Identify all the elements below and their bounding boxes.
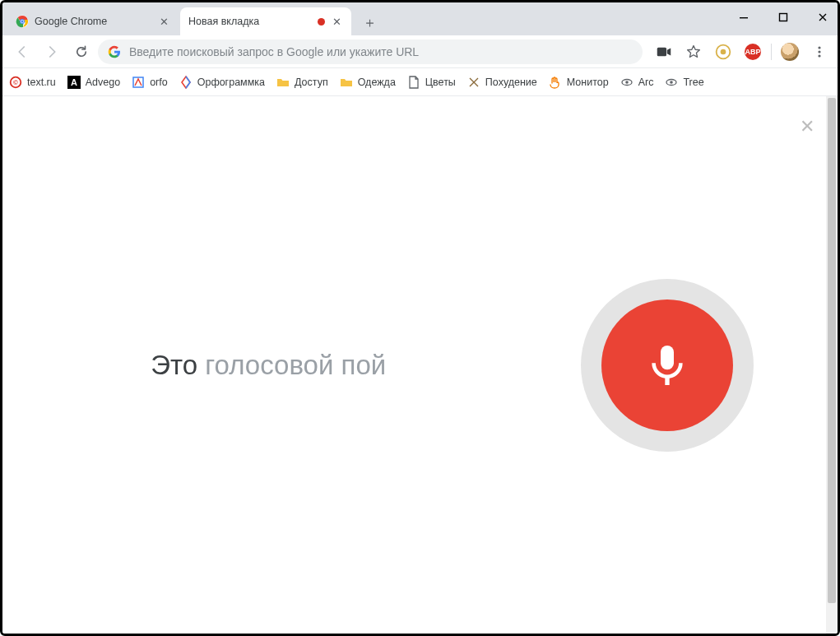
bookmark-label: text.ru bbox=[27, 77, 56, 88]
bookmark-label: Цветы bbox=[425, 77, 456, 88]
bookmark-label: Монитор bbox=[567, 77, 609, 88]
voice-search-panel: Это голосовой пой bbox=[2, 96, 828, 634]
voice-text-faded: голосовой пой bbox=[205, 350, 386, 380]
nav-back-button[interactable] bbox=[9, 39, 35, 65]
bookmark-label: orfo bbox=[150, 77, 168, 88]
tab-close-button[interactable]: ✕ bbox=[158, 16, 170, 28]
abp-badge: ABP bbox=[745, 44, 761, 60]
svg-rect-4 bbox=[740, 17, 748, 18]
window-controls bbox=[734, 2, 833, 34]
avatar-icon bbox=[781, 43, 799, 61]
window-maximize-button[interactable] bbox=[773, 11, 793, 26]
bookmark-odezhda[interactable]: Одежда bbox=[340, 76, 396, 89]
eye-icon bbox=[620, 76, 633, 89]
camera-icon[interactable] bbox=[652, 40, 675, 63]
svg-point-18 bbox=[625, 81, 629, 84]
bookmark-orfo[interactable]: orfo bbox=[132, 76, 168, 89]
folder-icon bbox=[340, 76, 353, 89]
extension-abp-icon[interactable]: ABP bbox=[741, 40, 764, 63]
omnibox-placeholder: Введите поисковый запрос в Google или ук… bbox=[129, 45, 419, 58]
voice-search-text: Это голосовой пой bbox=[77, 350, 506, 381]
page-icon bbox=[407, 76, 420, 89]
window-minimize-button[interactable] bbox=[734, 11, 754, 26]
window-close-button[interactable] bbox=[813, 11, 833, 26]
tab-title: Google Chrome bbox=[35, 16, 152, 27]
bookmark-label: Advego bbox=[86, 77, 120, 88]
omnibox[interactable]: Введите поисковый запрос в Google или ук… bbox=[98, 39, 643, 64]
voice-text-strong: Это bbox=[151, 350, 205, 380]
hand-icon bbox=[549, 76, 562, 89]
orfo-icon bbox=[132, 76, 145, 89]
bookmark-label: Arc bbox=[638, 77, 654, 88]
bookmark-arc[interactable]: Arc bbox=[620, 76, 654, 89]
svg-text:A: A bbox=[71, 77, 77, 87]
recording-indicator-icon bbox=[318, 18, 325, 26]
titlebar: Google Chrome ✕ Новая вкладка ✕ ＋ bbox=[2, 2, 838, 35]
diamond-icon bbox=[179, 76, 193, 89]
svg-point-11 bbox=[818, 54, 820, 57]
nav-forward-button[interactable] bbox=[39, 39, 65, 65]
bookmark-star-icon[interactable] bbox=[682, 40, 705, 63]
svg-point-20 bbox=[671, 81, 674, 84]
letter-a-icon: A bbox=[67, 76, 81, 89]
profile-avatar[interactable] bbox=[778, 40, 801, 63]
bookmark-label: Tree bbox=[683, 77, 703, 88]
tab-new-tab[interactable]: Новая вкладка ✕ bbox=[180, 7, 351, 35]
nav-reload-button[interactable] bbox=[68, 39, 95, 65]
bookmark-dostup[interactable]: Доступ bbox=[276, 76, 328, 89]
chrome-icon bbox=[16, 15, 29, 28]
bookmark-orfogrammka[interactable]: Орфограммка bbox=[179, 76, 265, 89]
bookmarks-bar: © text.ru A Advego orfo Орфограммка Дост… bbox=[2, 68, 838, 96]
globe-icon: © bbox=[9, 76, 22, 89]
bookmark-text-ru[interactable]: © text.ru bbox=[9, 76, 56, 89]
page-content: ✕ Это голосовой пой bbox=[2, 96, 838, 634]
voice-mic-button[interactable] bbox=[581, 279, 754, 452]
folder-icon bbox=[276, 76, 290, 89]
svg-rect-6 bbox=[657, 47, 666, 56]
new-tab-button[interactable]: ＋ bbox=[358, 11, 381, 34]
svg-rect-5 bbox=[780, 14, 787, 21]
microphone-icon bbox=[601, 299, 733, 431]
bookmark-tsvety[interactable]: Цветы bbox=[407, 76, 456, 89]
bookmark-monitor[interactable]: Монитор bbox=[549, 76, 609, 89]
extension-yandex-icon[interactable] bbox=[712, 40, 735, 63]
svg-point-10 bbox=[818, 50, 820, 53]
bookmark-label: Доступ bbox=[295, 77, 328, 88]
address-bar: Введите поисковый запрос в Google или ук… bbox=[2, 35, 838, 68]
bookmark-label: Орфограммка bbox=[197, 77, 265, 88]
svg-point-8 bbox=[721, 49, 726, 54]
bookmark-label: Похудение bbox=[485, 77, 537, 88]
toolbar-actions: ABP bbox=[646, 40, 831, 63]
google-g-icon bbox=[108, 45, 121, 58]
svg-text:©: © bbox=[13, 79, 18, 86]
eye-icon bbox=[665, 76, 678, 89]
svg-point-9 bbox=[818, 46, 820, 49]
scrollbar[interactable] bbox=[826, 96, 838, 634]
bookmark-label: Одежда bbox=[358, 77, 396, 88]
svg-point-3 bbox=[21, 21, 24, 23]
tab-google-chrome[interactable]: Google Chrome ✕ bbox=[7, 7, 179, 35]
scissors-icon bbox=[467, 76, 480, 89]
tab-title: Новая вкладка bbox=[188, 16, 312, 27]
bookmark-pohudenie[interactable]: Похудение bbox=[467, 76, 537, 89]
bookmark-tree[interactable]: Tree bbox=[665, 76, 703, 89]
chrome-menu-button[interactable] bbox=[808, 40, 831, 63]
tab-close-button[interactable]: ✕ bbox=[331, 16, 343, 28]
toolbar-divider bbox=[771, 44, 772, 60]
scrollbar-thumb[interactable] bbox=[828, 98, 836, 603]
bookmark-advego[interactable]: A Advego bbox=[67, 76, 120, 89]
